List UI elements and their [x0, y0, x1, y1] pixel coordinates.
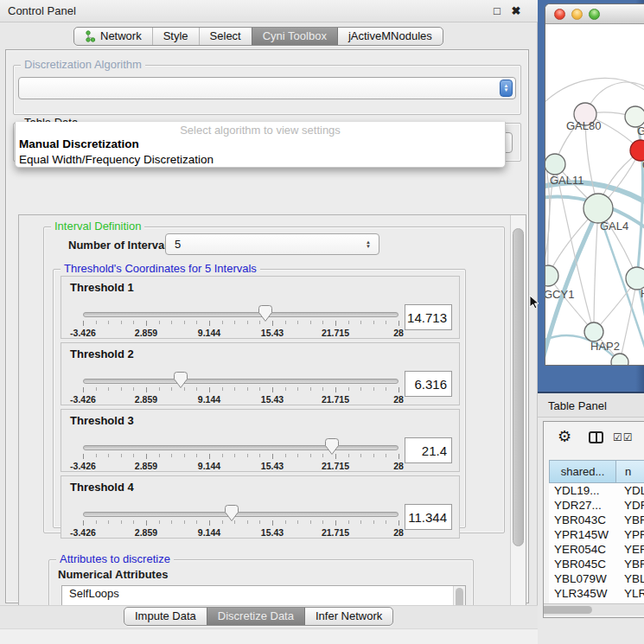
slider-groove[interactable]	[83, 379, 399, 384]
tick-mark	[348, 520, 349, 524]
tab-infer-network[interactable]: Infer Network	[304, 608, 392, 625]
cell-name[interactable]: YDR2	[616, 498, 644, 513]
tick-mark	[146, 321, 147, 326]
slider-tick-labels: -3.4262.8599.14415.4321.71528	[83, 394, 399, 404]
tick-mark	[133, 387, 134, 391]
tick-mark	[310, 454, 311, 457]
dropdown-item-manual-discretization[interactable]: Manual Discretization	[16, 137, 505, 152]
slider-groove[interactable]	[83, 445, 399, 450]
table-row[interactable]: YLR345WYLR3	[549, 586, 644, 601]
threshold-slider[interactable]: -3.4262.8599.14415.4321.71528	[83, 309, 399, 335]
cell-shared-name[interactable]: YPR145W	[549, 527, 616, 542]
tab-impute-data[interactable]: Impute Data	[124, 608, 207, 625]
vertical-scrollbar-thumb[interactable]	[513, 228, 524, 546]
slider-groove[interactable]	[83, 312, 399, 317]
cell-shared-name[interactable]: YLR345W	[549, 586, 616, 601]
tab-jactivemnodules[interactable]: jActiveMNodules	[337, 28, 443, 45]
tick-label: 21.715	[322, 394, 349, 405]
column-header-shared[interactable]: shared...	[549, 460, 616, 483]
checkboxes-icon[interactable]: ☑☑	[613, 431, 634, 443]
threshold-value-input[interactable]: 11.344	[405, 504, 452, 530]
tick-mark	[222, 387, 223, 391]
tick-mark	[96, 387, 97, 391]
dropdown-item-equal-width-frequency-discretization[interactable]: Equal Width/Frequency Discretization	[16, 152, 505, 168]
slider-thumb[interactable]	[258, 305, 272, 322]
table-row[interactable]: YDR27...YDR2	[549, 498, 644, 513]
split-columns-icon[interactable]	[589, 431, 603, 443]
cell-shared-name[interactable]: YBL079W	[549, 571, 616, 586]
combo-stepper-icon[interactable]: ▲▼	[363, 240, 373, 249]
table-row[interactable]: YBL079WYBL0	[549, 571, 644, 586]
vertical-scrollbar[interactable]	[510, 215, 526, 627]
cell-name[interactable]: YPR1	[616, 527, 644, 542]
table-row[interactable]: YBR043CYBR0	[549, 513, 644, 527]
cell-name[interactable]: YLR3	[616, 586, 644, 601]
close-traffic-light-icon[interactable]	[554, 9, 565, 20]
cell-name[interactable]: YBR0	[616, 513, 644, 527]
zoom-traffic-light-icon[interactable]	[589, 9, 600, 20]
tab-discretize-data[interactable]: Discretize Data	[207, 608, 304, 625]
slider-tick-labels: -3.4262.8599.14415.4321.71528	[83, 328, 399, 337]
network-node-gal11[interactable]	[545, 154, 565, 175]
tick-label: 28	[393, 394, 404, 405]
tab-label: Select	[210, 28, 241, 45]
cell-name[interactable]: YDL1	[616, 483, 644, 498]
algorithm-placeholder: Select algorithm to view settings	[16, 122, 505, 137]
tab-network[interactable]: Network	[74, 28, 152, 45]
tick-mark	[285, 321, 286, 324]
attribute-item-selfloops[interactable]: SelfLoops	[62, 586, 465, 602]
minimize-traffic-light-icon[interactable]	[571, 9, 583, 20]
threshold-value-input[interactable]: 6.316	[405, 371, 452, 397]
tick-mark	[360, 520, 361, 524]
network-node-hap2[interactable]	[584, 322, 603, 341]
node-label: GCY1	[545, 288, 574, 301]
tab-cyni-toolbox[interactable]: Cyni Toolbox	[252, 28, 337, 45]
cell-shared-name[interactable]: YDL19...	[549, 483, 616, 498]
table-row[interactable]: YDL19...YDL1	[549, 483, 644, 498]
table-panel-title: Table Panel	[548, 399, 607, 412]
threshold-slider[interactable]: -3.4262.8599.14415.4321.71528	[83, 509, 399, 535]
cell-name[interactable]: YBR0	[616, 557, 644, 571]
threshold-value-input[interactable]: 14.713	[405, 304, 452, 330]
slider-thumb[interactable]	[225, 505, 239, 521]
float-window-icon[interactable]: □	[489, 3, 505, 19]
threshold-slider[interactable]: -3.4262.8599.14415.4321.71528	[83, 376, 399, 402]
network-node-gal4[interactable]	[583, 194, 613, 223]
cell-shared-name[interactable]: YBR043C	[549, 513, 616, 527]
table-row[interactable]: YBR045CYBR0	[549, 557, 644, 571]
table-row[interactable]: YPR145WYPR1	[549, 527, 644, 542]
network-canvas[interactable]: GAL80GCGAL11GAL4GCY1HHAP2	[545, 24, 644, 366]
slider-groove[interactable]	[83, 512, 399, 517]
threshold-slider[interactable]: -3.4262.8599.14415.4321.71528	[83, 443, 399, 469]
tick-mark	[272, 520, 273, 526]
gear-icon[interactable]: ⚙	[558, 427, 571, 445]
tick-mark	[196, 520, 197, 524]
network-node[interactable]	[611, 354, 628, 366]
horizontal-scrollbar-thumb[interactable]	[543, 606, 592, 614]
cell-shared-name[interactable]: YDR27...	[549, 498, 616, 513]
slider-thumb[interactable]	[325, 438, 339, 455]
tick-mark	[108, 321, 109, 324]
tick-mark	[184, 387, 185, 391]
cell-shared-name[interactable]: YBR045C	[549, 557, 616, 571]
tick-label: 21.715	[322, 328, 349, 338]
tab-select[interactable]: Select	[199, 28, 252, 45]
table-row[interactable]: YER054CYER0	[549, 542, 644, 557]
threshold-value-input[interactable]: 21.4	[405, 437, 452, 463]
num-intervals-combobox[interactable]: 5 ▲▼	[165, 233, 379, 255]
slider-thumb[interactable]	[174, 372, 188, 388]
horizontal-scrollbar[interactable]	[544, 603, 644, 615]
algorithm-combobox[interactable]: ▲▼	[18, 77, 516, 99]
cell-name[interactable]: YER0	[616, 542, 644, 557]
cell-name[interactable]: YBL0	[616, 571, 644, 586]
close-icon[interactable]: ✖	[508, 3, 524, 19]
network-node-gcy1[interactable]	[545, 265, 558, 286]
combo-stepper-icon[interactable]: ▲▼	[500, 80, 513, 97]
column-header-name[interactable]: n	[616, 460, 644, 483]
tick-label: 9.144	[198, 328, 220, 338]
tick-label: 15.43	[261, 394, 284, 405]
tab-style[interactable]: Style	[152, 28, 199, 45]
cell-shared-name[interactable]: YER054C	[549, 542, 616, 557]
tick-mark	[310, 387, 311, 391]
table-header-row: shared... n	[549, 460, 644, 483]
